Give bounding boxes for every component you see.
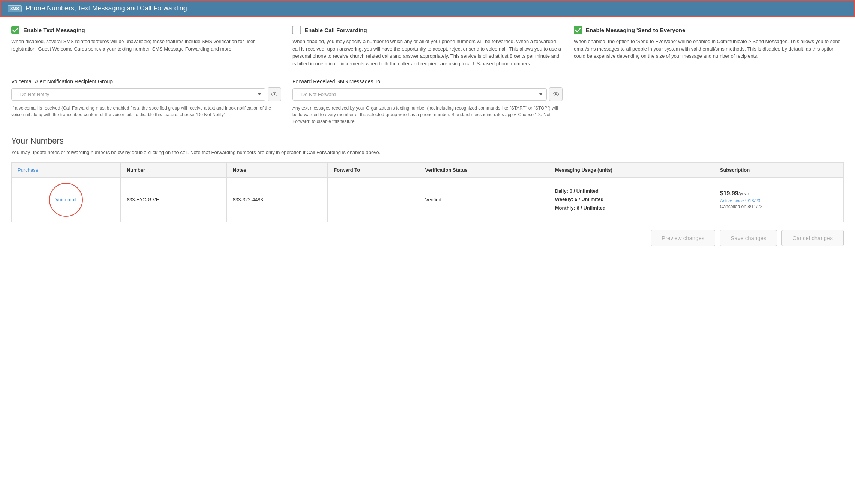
send-to-everyone-label: Enable Messaging 'Send to Everyone' — [586, 27, 687, 33]
save-changes-button[interactable]: Save changes — [720, 230, 777, 246]
messaging-usage-header: Messaging Usage (units) — [549, 162, 714, 177]
number-header: Number — [120, 162, 226, 177]
text-messaging-label: Enable Text Messaging — [23, 27, 85, 33]
subscription-cell: $19.99/year Active since 9/16/20 Cancell… — [714, 177, 843, 222]
daily-usage: Daily: 0 / Unlimited — [555, 187, 708, 195]
forward-to-header: Forward To — [328, 162, 419, 177]
sms-badge: SMS — [8, 5, 22, 12]
checkboxes-row: Enable Text Messaging When disabled, sev… — [11, 26, 844, 67]
subscription-unit: /year — [738, 191, 749, 196]
voicemail-link[interactable]: Voicemail — [56, 197, 76, 202]
forward-sms-eye-button[interactable] — [549, 87, 562, 101]
active-since-link[interactable]: Active since 9/16/20 — [720, 198, 837, 204]
call-forwarding-desc: When enabled, you may specify a number t… — [292, 38, 562, 67]
notes-header: Notes — [226, 162, 327, 177]
monthly-usage: Monthly: 6 / Unlimited — [555, 204, 708, 212]
forward-to-cell[interactable] — [328, 177, 419, 222]
voicemail-circle: Voicemail — [49, 183, 83, 217]
your-numbers-subtitle: You may update notes or forwarding numbe… — [11, 149, 844, 156]
send-to-everyone-section: Enable Messaging 'Send to Everyone' When… — [574, 26, 844, 67]
header-bar: SMS Phone Numbers, Text Messaging and Ca… — [0, 0, 855, 17]
send-to-everyone-header: Enable Messaging 'Send to Everyone' — [574, 26, 844, 34]
purchase-header[interactable]: Purchase — [12, 162, 121, 177]
your-numbers-title: Your Numbers — [11, 136, 844, 146]
eye-icon — [553, 92, 559, 96]
send-to-everyone-desc: When enabled, the option to 'Send to Eve… — [574, 38, 844, 60]
send-to-everyone-checkbox-icon[interactable] — [574, 26, 582, 34]
cancelled-text: Cancelled on 8/11/22 — [720, 204, 762, 209]
eye-icon — [272, 92, 278, 96]
call-forwarding-label: Enable Call Forwarding — [304, 27, 367, 33]
forward-sms-section: Forward Received SMS Messages To: – Do N… — [292, 78, 562, 125]
table-header-row: Purchase Number Notes Forward To Verific… — [12, 162, 844, 177]
dropdowns-row: Voicemail Alert Notification Recipient G… — [11, 78, 844, 125]
weekly-usage: Weekly: 6 / Unlimited — [555, 195, 708, 204]
voicemail-alert-desc: If a voicemail is received (Call Forward… — [11, 105, 281, 118]
forward-sms-dropdown-row: – Do Not Forward – — [292, 87, 562, 101]
verification-status-cell: Verified — [419, 177, 549, 222]
voicemail-alert-select[interactable]: – Do Not Notify – — [11, 88, 266, 100]
text-messaging-header: Enable Text Messaging — [11, 26, 281, 34]
forward-sms-select[interactable]: – Do Not Forward – — [292, 88, 547, 100]
voicemail-alert-dropdown-row: – Do Not Notify – — [11, 87, 281, 101]
call-forwarding-section: Enable Call Forwarding When enabled, you… — [292, 26, 562, 67]
messaging-usage-cell: Daily: 0 / Unlimited Weekly: 6 / Unlimit… — [549, 177, 714, 222]
svg-point-4 — [555, 93, 556, 95]
call-forwarding-header: Enable Call Forwarding — [292, 26, 562, 34]
page-title: Phone Numbers, Text Messaging and Call F… — [26, 4, 187, 12]
forward-sms-desc: Any text messages received by your Organ… — [292, 105, 562, 125]
bottom-buttons: Preview changes Save changes Cancel chan… — [11, 230, 844, 254]
voicemail-alert-eye-button[interactable] — [268, 87, 281, 101]
preview-changes-button[interactable]: Preview changes — [651, 230, 715, 246]
main-content: Enable Text Messaging When disabled, sev… — [0, 17, 855, 262]
text-messaging-checkbox-icon[interactable] — [11, 26, 20, 34]
voicemail-alert-section: Voicemail Alert Notification Recipient G… — [11, 78, 281, 118]
verification-status-header: Verification Status — [419, 162, 549, 177]
subscription-price: $19.99 — [720, 190, 738, 196]
call-forwarding-checkbox-icon[interactable] — [292, 26, 301, 34]
voicemail-alert-label: Voicemail Alert Notification Recipient G… — [11, 78, 281, 84]
number-cell: 833-FAC-GIVE — [120, 177, 226, 222]
svg-rect-1 — [292, 26, 301, 34]
text-messaging-desc: When disabled, several SMS related featu… — [11, 38, 281, 52]
forward-sms-label: Forward Received SMS Messages To: — [292, 78, 562, 84]
text-messaging-section: Enable Text Messaging When disabled, sev… — [11, 26, 281, 67]
your-numbers-section: Your Numbers You may update notes or for… — [11, 136, 844, 222]
notes-cell[interactable]: 833-322-4483 — [226, 177, 327, 222]
subscription-header: Subscription — [714, 162, 843, 177]
purchase-cell: Voicemail — [12, 177, 121, 222]
numbers-table: Purchase Number Notes Forward To Verific… — [11, 162, 844, 222]
table-row: Voicemail 833-FAC-GIVE 833-322-4483 Veri… — [12, 177, 844, 222]
svg-point-3 — [274, 93, 275, 95]
cancel-changes-button[interactable]: Cancel changes — [782, 230, 844, 246]
